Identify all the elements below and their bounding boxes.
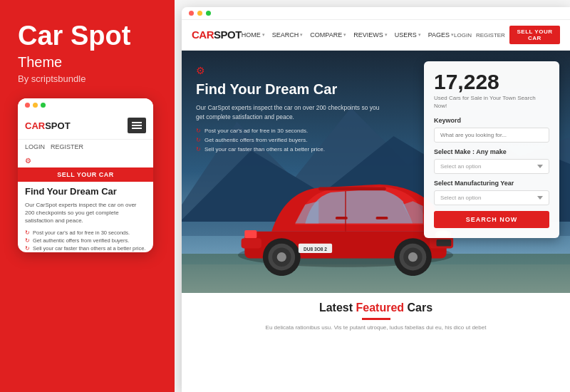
search-now-button[interactable]: SEARCH NOW: [434, 211, 549, 228]
search-count-description: Used Cars for Sale in Your Town Search N…: [434, 94, 549, 110]
search-card: 17,228 Used Cars for Sale in Your Town S…: [424, 61, 559, 238]
nav-login-link[interactable]: LOGIN: [454, 32, 472, 38]
desktop-logo: CARSPOT: [192, 29, 242, 41]
nav-compare[interactable]: COMPARE▾: [310, 31, 346, 38]
hero-bullet-3: Sell your car faster than others at a be…: [196, 146, 381, 153]
desktop-dot-yellow: [197, 11, 202, 16]
desktop-logo-spot: SPOT: [214, 29, 242, 41]
hero-description: Our CarSpot experts inspect the car on o…: [196, 103, 381, 122]
hamburger-line: [132, 125, 142, 126]
dot-green: [41, 103, 46, 108]
latest-description: Eu delicata rationibus usu. Vis te putan…: [234, 324, 519, 332]
svg-rect-24: [318, 187, 385, 190]
mobile-login-link[interactable]: LOGIN: [25, 143, 45, 150]
chevron-down-icon: ▾: [418, 32, 421, 38]
svg-rect-10: [244, 230, 256, 238]
hero-content: ⚙ Find Your Dream Car Our CarSpot expert…: [196, 65, 381, 155]
mobile-hero-text: Our CarSpot experts inspect the car on o…: [18, 201, 153, 229]
mobile-login-bar: LOGIN REGISTER: [18, 140, 153, 154]
nav-search[interactable]: SEARCH▾: [272, 31, 304, 38]
svg-rect-25: [336, 217, 348, 220]
nav-users[interactable]: USERS▾: [395, 31, 421, 38]
latest-divider: [362, 318, 390, 320]
hero-section: ⚙ Find Your Dream Car Our CarSpot expert…: [182, 51, 570, 293]
dot-red: [25, 103, 30, 108]
desktop-logo-car: CAR: [192, 29, 214, 41]
svg-rect-11: [242, 238, 261, 248]
app-subtitle: Theme: [18, 54, 157, 71]
keyword-input[interactable]: [434, 128, 549, 143]
hero-title: Find Your Dream Car: [196, 81, 381, 98]
mobile-logo-car: CAR: [25, 120, 45, 131]
mobile-mockup: CARSPOT LOGIN REGISTER ⚙ SELL YOUR CAR F…: [18, 98, 153, 252]
latest-featured-section: Latest Featured Cars Eu delicata rationi…: [182, 293, 570, 338]
latest-title-prefix: Latest: [319, 301, 356, 314]
hamburger-button[interactable]: [128, 118, 146, 133]
nav-sell-button[interactable]: SELL YOUR CAR: [509, 26, 560, 44]
nav-pages[interactable]: PAGES▾: [428, 31, 454, 38]
dot-yellow: [33, 103, 38, 108]
nav-reviews[interactable]: REVIEWS▾: [353, 31, 388, 38]
latest-title-featured: Featured: [356, 301, 404, 314]
app-title: Car Spot: [18, 21, 157, 51]
desktop-dot-green: [206, 11, 211, 16]
desktop-dot-red: [189, 11, 194, 16]
mobile-topbar: [18, 98, 153, 112]
hamburger-line: [132, 128, 142, 129]
app-author: By scriptsbundle: [18, 73, 157, 84]
desktop-mockup: CARSPOT HOME▾ SEARCH▾ COMPARE▾ REVIEWS▾ …: [182, 7, 570, 392]
hamburger-line: [132, 122, 142, 123]
mobile-hero-title: Find Your Dream Car: [18, 182, 153, 201]
mobile-register-link[interactable]: REGISTER: [51, 143, 83, 150]
nav-register-link[interactable]: REGISTER: [476, 32, 505, 38]
year-label: Select Manufacturing Year: [434, 180, 549, 187]
keyword-label: Keyword: [434, 117, 549, 124]
svg-rect-26: [376, 217, 388, 220]
svg-rect-13: [437, 239, 452, 246]
right-panel: CARSPOT HOME▾ SEARCH▾ COMPARE▾ REVIEWS▾ …: [175, 0, 570, 392]
chevron-down-icon: ▾: [385, 32, 388, 38]
mobile-nav: CARSPOT: [18, 112, 153, 140]
nav-actions: LOGIN REGISTER SELL YOUR CAR: [454, 26, 560, 44]
search-count: 17,228: [434, 71, 549, 93]
year-select[interactable]: Select an option: [434, 190, 549, 205]
nav-links: HOME▾ SEARCH▾ COMPARE▾ REVIEWS▾ USERS▾ P…: [242, 31, 454, 38]
mobile-bullet-1: Post your car's ad for free in 30 second…: [18, 229, 153, 237]
nav-home[interactable]: HOME▾: [242, 31, 265, 38]
hero-gear-icon: ⚙: [196, 65, 381, 76]
make-select[interactable]: Select an option: [434, 159, 549, 174]
svg-point-17: [408, 252, 418, 262]
make-label: Select Make : Any make: [434, 148, 549, 155]
mobile-logo: CARSPOT: [25, 119, 71, 132]
chevron-down-icon: ▾: [262, 32, 265, 38]
left-panel: Car Spot Theme By scriptsbundle CARSPOT …: [0, 0, 175, 392]
desktop-topbar: [182, 7, 570, 20]
chevron-down-icon: ▾: [300, 32, 303, 38]
mobile-gear-icon: ⚙: [18, 154, 153, 167]
svg-point-21: [277, 252, 286, 262]
latest-title-suffix: Cars: [404, 301, 432, 314]
chevron-down-icon: ▾: [343, 32, 346, 38]
latest-title: Latest Featured Cars: [196, 301, 556, 314]
desktop-nav: CARSPOT HOME▾ SEARCH▾ COMPARE▾ REVIEWS▾ …: [182, 20, 570, 51]
hero-bullet-2: Get authentic offers from verified buyer…: [196, 137, 381, 143]
mobile-sell-button[interactable]: SELL YOUR CAR: [18, 167, 153, 182]
hero-bullet-1: Post your car's ad for free in 30 second…: [196, 128, 381, 134]
mobile-bullet-2: Get authentic offers from verified buyer…: [18, 237, 153, 244]
mobile-logo-spot: SPOT: [45, 120, 70, 131]
svg-text:DU8 3O8 2: DU8 3O8 2: [304, 247, 327, 252]
mobile-bullet-3: Sell your car faster than others at a be…: [18, 244, 153, 252]
